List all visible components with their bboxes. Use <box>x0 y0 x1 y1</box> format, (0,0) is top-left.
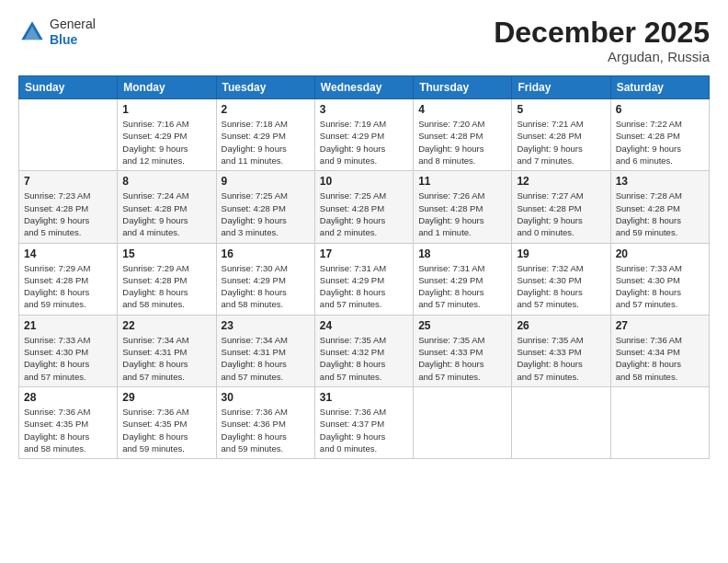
calendar-day-cell: 11Sunrise: 7:26 AM Sunset: 4:28 PM Dayli… <box>414 171 512 243</box>
day-number: 12 <box>517 175 605 188</box>
day-number: 14 <box>24 247 112 260</box>
main-title: December 2025 <box>494 17 710 49</box>
calendar-week-row: 7Sunrise: 7:23 AM Sunset: 4:28 PM Daylig… <box>19 171 710 243</box>
calendar-day-cell: 22Sunrise: 7:34 AM Sunset: 4:31 PM Dayli… <box>118 315 216 386</box>
day-number: 16 <box>222 247 310 260</box>
day-info: Sunrise: 7:22 AM Sunset: 4:28 PM Dayligh… <box>616 118 704 167</box>
day-number: 24 <box>320 319 408 332</box>
logo-blue: Blue <box>50 32 96 48</box>
day-number: 11 <box>418 175 506 188</box>
day-number: 28 <box>24 391 112 404</box>
calendar-day-cell: 12Sunrise: 7:27 AM Sunset: 4:28 PM Dayli… <box>512 171 610 243</box>
calendar-day-cell: 4Sunrise: 7:20 AM Sunset: 4:28 PM Daylig… <box>414 99 512 171</box>
weekday-header-saturday: Saturday <box>610 76 709 99</box>
weekday-header-thursday: Thursday <box>414 76 512 99</box>
day-number: 17 <box>320 247 408 260</box>
day-info: Sunrise: 7:33 AM Sunset: 4:30 PM Dayligh… <box>616 262 704 311</box>
day-number: 18 <box>418 247 506 260</box>
day-number: 22 <box>122 319 210 332</box>
day-info: Sunrise: 7:36 AM Sunset: 4:35 PM Dayligh… <box>24 406 112 454</box>
day-info: Sunrise: 7:29 AM Sunset: 4:28 PM Dayligh… <box>122 262 210 311</box>
header: General Blue December 2025 Argudan, Russ… <box>18 17 710 64</box>
calendar-day-cell: 30Sunrise: 7:36 AM Sunset: 4:36 PM Dayli… <box>216 386 314 458</box>
day-info: Sunrise: 7:36 AM Sunset: 4:37 PM Dayligh… <box>320 406 408 454</box>
day-number: 26 <box>517 319 605 332</box>
calendar-day-cell: 29Sunrise: 7:36 AM Sunset: 4:35 PM Dayli… <box>118 386 216 458</box>
calendar-day-cell: 7Sunrise: 7:23 AM Sunset: 4:28 PM Daylig… <box>19 171 118 243</box>
calendar-week-row: 28Sunrise: 7:36 AM Sunset: 4:35 PM Dayli… <box>19 386 710 458</box>
calendar-day-cell: 3Sunrise: 7:19 AM Sunset: 4:29 PM Daylig… <box>314 99 413 171</box>
logo-icon <box>18 18 46 46</box>
day-info: Sunrise: 7:21 AM Sunset: 4:28 PM Dayligh… <box>517 118 605 167</box>
calendar-day-cell: 1Sunrise: 7:16 AM Sunset: 4:29 PM Daylig… <box>118 99 216 171</box>
day-number: 30 <box>222 391 310 404</box>
day-number: 31 <box>320 391 408 404</box>
day-info: Sunrise: 7:27 AM Sunset: 4:28 PM Dayligh… <box>517 190 605 238</box>
page: General Blue December 2025 Argudan, Russ… <box>0 0 728 563</box>
day-info: Sunrise: 7:28 AM Sunset: 4:28 PM Dayligh… <box>616 190 704 238</box>
weekday-header-tuesday: Tuesday <box>216 76 314 99</box>
day-number: 6 <box>616 103 704 116</box>
day-info: Sunrise: 7:32 AM Sunset: 4:30 PM Dayligh… <box>517 262 605 311</box>
day-info: Sunrise: 7:24 AM Sunset: 4:28 PM Dayligh… <box>122 190 210 238</box>
title-block: December 2025 Argudan, Russia <box>494 17 710 64</box>
day-info: Sunrise: 7:25 AM Sunset: 4:28 PM Dayligh… <box>222 190 310 238</box>
day-number: 27 <box>616 319 704 332</box>
calendar-day-cell: 8Sunrise: 7:24 AM Sunset: 4:28 PM Daylig… <box>118 171 216 243</box>
calendar-day-cell: 23Sunrise: 7:34 AM Sunset: 4:31 PM Dayli… <box>216 315 314 386</box>
day-info: Sunrise: 7:35 AM Sunset: 4:33 PM Dayligh… <box>517 334 605 383</box>
calendar-day-cell: 15Sunrise: 7:29 AM Sunset: 4:28 PM Dayli… <box>118 243 216 315</box>
calendar-day-cell: 27Sunrise: 7:36 AM Sunset: 4:34 PM Dayli… <box>610 315 709 386</box>
day-number: 21 <box>24 319 112 332</box>
day-info: Sunrise: 7:36 AM Sunset: 4:34 PM Dayligh… <box>616 334 704 383</box>
day-info: Sunrise: 7:34 AM Sunset: 4:31 PM Dayligh… <box>122 334 210 383</box>
day-number: 2 <box>222 103 310 116</box>
subtitle: Argudan, Russia <box>494 49 710 64</box>
weekday-header-friday: Friday <box>512 76 610 99</box>
calendar-day-cell: 19Sunrise: 7:32 AM Sunset: 4:30 PM Dayli… <box>512 243 610 315</box>
day-number: 23 <box>222 319 310 332</box>
day-info: Sunrise: 7:18 AM Sunset: 4:29 PM Dayligh… <box>222 118 310 167</box>
calendar-day-cell: 2Sunrise: 7:18 AM Sunset: 4:29 PM Daylig… <box>216 99 314 171</box>
day-number: 13 <box>616 175 704 188</box>
day-number: 19 <box>517 247 605 260</box>
calendar-empty-cell <box>610 386 709 458</box>
calendar-day-cell: 24Sunrise: 7:35 AM Sunset: 4:32 PM Dayli… <box>314 315 413 386</box>
logo-general: General <box>50 17 96 32</box>
day-info: Sunrise: 7:20 AM Sunset: 4:28 PM Dayligh… <box>418 118 506 167</box>
day-info: Sunrise: 7:23 AM Sunset: 4:28 PM Dayligh… <box>24 190 112 238</box>
calendar-week-row: 1Sunrise: 7:16 AM Sunset: 4:29 PM Daylig… <box>19 99 710 171</box>
calendar-day-cell: 14Sunrise: 7:29 AM Sunset: 4:28 PM Dayli… <box>19 243 118 315</box>
calendar-day-cell: 25Sunrise: 7:35 AM Sunset: 4:33 PM Dayli… <box>414 315 512 386</box>
calendar-week-row: 14Sunrise: 7:29 AM Sunset: 4:28 PM Dayli… <box>19 243 710 315</box>
calendar-day-cell: 21Sunrise: 7:33 AM Sunset: 4:30 PM Dayli… <box>19 315 118 386</box>
calendar-day-cell: 26Sunrise: 7:35 AM Sunset: 4:33 PM Dayli… <box>512 315 610 386</box>
day-number: 25 <box>418 319 506 332</box>
day-info: Sunrise: 7:35 AM Sunset: 4:32 PM Dayligh… <box>320 334 408 383</box>
logo-text: General Blue <box>50 17 96 48</box>
calendar-day-cell: 5Sunrise: 7:21 AM Sunset: 4:28 PM Daylig… <box>512 99 610 171</box>
weekday-header-monday: Monday <box>118 76 216 99</box>
day-info: Sunrise: 7:31 AM Sunset: 4:29 PM Dayligh… <box>418 262 506 311</box>
day-info: Sunrise: 7:29 AM Sunset: 4:28 PM Dayligh… <box>24 262 112 311</box>
calendar-day-cell: 13Sunrise: 7:28 AM Sunset: 4:28 PM Dayli… <box>610 171 709 243</box>
day-info: Sunrise: 7:33 AM Sunset: 4:30 PM Dayligh… <box>24 334 112 383</box>
day-info: Sunrise: 7:30 AM Sunset: 4:29 PM Dayligh… <box>222 262 310 311</box>
calendar-day-cell: 10Sunrise: 7:25 AM Sunset: 4:28 PM Dayli… <box>314 171 413 243</box>
day-number: 10 <box>320 175 408 188</box>
calendar-day-cell: 6Sunrise: 7:22 AM Sunset: 4:28 PM Daylig… <box>610 99 709 171</box>
calendar-empty-cell <box>414 386 512 458</box>
calendar-day-cell: 9Sunrise: 7:25 AM Sunset: 4:28 PM Daylig… <box>216 171 314 243</box>
day-number: 8 <box>122 175 210 188</box>
day-info: Sunrise: 7:34 AM Sunset: 4:31 PM Dayligh… <box>222 334 310 383</box>
day-info: Sunrise: 7:31 AM Sunset: 4:29 PM Dayligh… <box>320 262 408 311</box>
weekday-header-sunday: Sunday <box>19 76 118 99</box>
day-number: 3 <box>320 103 408 116</box>
calendar-day-cell: 16Sunrise: 7:30 AM Sunset: 4:29 PM Dayli… <box>216 243 314 315</box>
day-number: 9 <box>222 175 310 188</box>
day-info: Sunrise: 7:26 AM Sunset: 4:28 PM Dayligh… <box>418 190 506 238</box>
calendar: SundayMondayTuesdayWednesdayThursdayFrid… <box>18 75 710 459</box>
weekday-header-row: SundayMondayTuesdayWednesdayThursdayFrid… <box>19 76 710 99</box>
day-number: 5 <box>517 103 605 116</box>
calendar-day-cell: 18Sunrise: 7:31 AM Sunset: 4:29 PM Dayli… <box>414 243 512 315</box>
